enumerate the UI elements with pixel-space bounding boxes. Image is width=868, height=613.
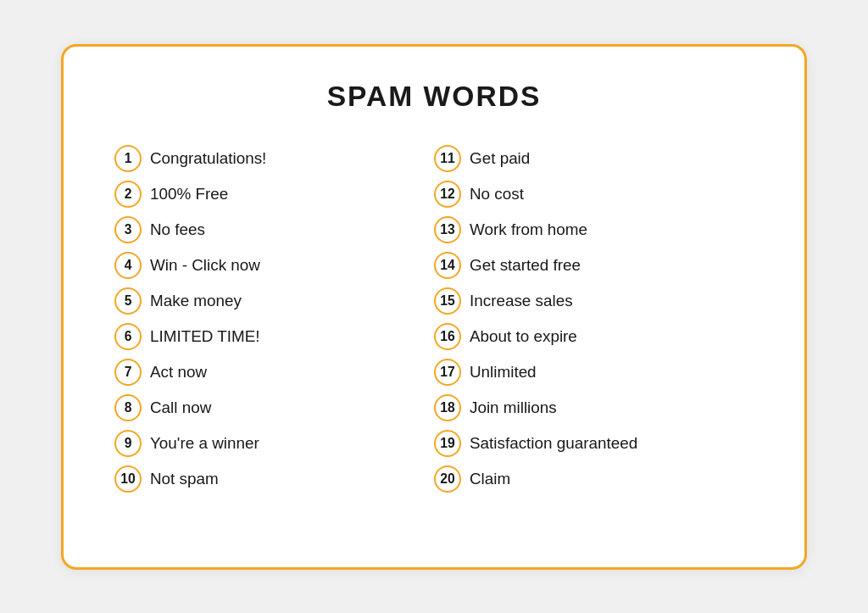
list-item: 12No cost (434, 181, 754, 208)
item-text: Get started free (470, 256, 581, 275)
item-text: You're a winner (150, 434, 259, 453)
item-number: 7 (114, 359, 142, 386)
item-text: Win - Click now (150, 256, 260, 275)
item-number: 4 (114, 252, 142, 279)
item-text: No cost (470, 185, 524, 203)
item-number: 1 (114, 145, 142, 172)
item-text: Satisfaction guaranteed (470, 434, 637, 453)
list-item: 14Get started free (434, 252, 754, 279)
left-column: 1Congratulations!2100% Free3No fees4Win … (114, 145, 434, 493)
list-item: 6LIMITED TIME! (114, 323, 434, 350)
item-number: 8 (114, 394, 142, 421)
item-text: Increase sales (470, 292, 573, 310)
list-item: 8Call now (114, 394, 434, 421)
item-text: 100% Free (150, 185, 228, 203)
item-text: About to expire (470, 327, 577, 346)
list-item: 2100% Free (114, 181, 434, 208)
list-item: 17Unlimited (434, 359, 754, 386)
item-number: 17 (434, 359, 461, 386)
list-item: 4Win - Click now (114, 252, 434, 279)
item-number: 18 (434, 394, 461, 421)
item-text: LIMITED TIME! (150, 327, 260, 346)
page-title: SPAM WORDS (114, 81, 754, 113)
item-number: 3 (114, 216, 142, 243)
list-item: 3No fees (114, 216, 434, 243)
list-item: 16About to expire (434, 323, 754, 350)
item-text: Join millions (470, 398, 557, 417)
list-item: 7Act now (114, 359, 434, 386)
list-item: 20Claim (434, 465, 754, 493)
list-item: 15Increase sales (434, 287, 754, 315)
lists-container: 1Congratulations!2100% Free3No fees4Win … (114, 145, 754, 493)
item-text: Congratulations! (150, 149, 266, 168)
list-item: 5Make money (114, 287, 434, 315)
item-text: Work from home (470, 220, 587, 239)
list-item: 10Not spam (114, 465, 434, 493)
item-number: 13 (434, 216, 461, 243)
item-number: 6 (114, 323, 142, 350)
item-text: Act now (150, 363, 207, 382)
item-number: 9 (114, 430, 142, 457)
item-number: 2 (114, 181, 142, 208)
item-text: Get paid (470, 149, 530, 168)
item-number: 16 (434, 323, 461, 350)
item-text: Claim (470, 470, 510, 488)
list-item: 13Work from home (434, 216, 754, 243)
list-item: 18Join millions (434, 394, 754, 421)
item-number: 10 (114, 465, 142, 493)
right-column: 11Get paid12No cost13Work from home14Get… (434, 145, 754, 493)
item-number: 14 (434, 252, 461, 279)
item-text: Not spam (150, 470, 219, 488)
item-number: 20 (434, 465, 461, 493)
list-item: 11Get paid (434, 145, 754, 172)
list-item: 19Satisfaction guaranteed (434, 430, 754, 457)
list-item: 9You're a winner (114, 430, 434, 457)
item-number: 12 (434, 181, 461, 208)
list-item: 1Congratulations! (114, 145, 434, 172)
item-text: No fees (150, 220, 205, 239)
item-number: 15 (434, 287, 461, 315)
item-number: 11 (434, 145, 461, 172)
item-text: Make money (150, 292, 242, 310)
item-number: 5 (114, 287, 142, 315)
item-text: Unlimited (470, 363, 537, 382)
item-number: 19 (434, 430, 461, 457)
item-text: Call now (150, 398, 211, 417)
spam-words-card: SPAM WORDS 1Congratulations!2100% Free3N… (61, 44, 807, 570)
